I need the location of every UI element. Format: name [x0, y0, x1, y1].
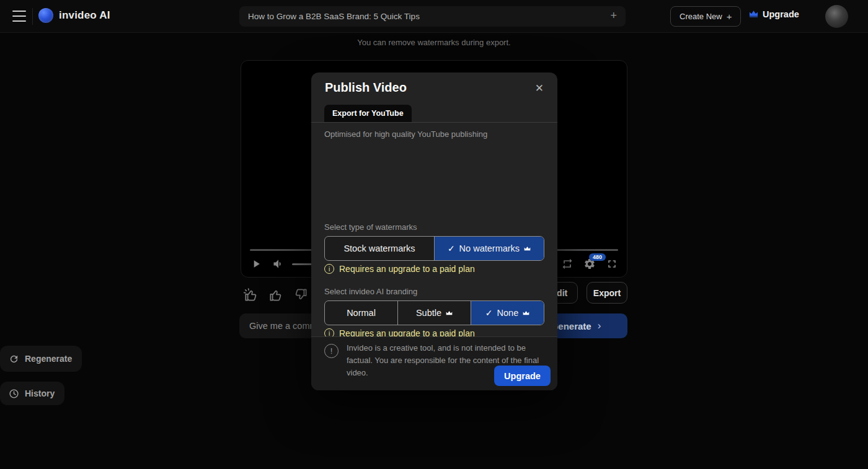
- regenerate-button[interactable]: Regenerate: [0, 346, 82, 372]
- divider: [32, 8, 33, 25]
- watermark-segmented-control: Stock watermarks ✓ No watermarks: [324, 236, 544, 261]
- quality-badge: 480: [589, 253, 606, 261]
- volume-icon[interactable]: [272, 258, 285, 270]
- modal-title: Publish Video: [325, 81, 407, 95]
- option-normal[interactable]: Normal: [325, 301, 397, 325]
- modal-footer: ! Invideo is a creative tool, and is not…: [311, 336, 557, 390]
- publish-video-modal: Publish Video ✕ Export for YouTube Optim…: [311, 72, 557, 390]
- refresh-icon: [9, 354, 19, 364]
- app-window: invideo AI + Create New + Upgrade You ca…: [0, 0, 868, 469]
- project-title-field[interactable]: +: [239, 6, 626, 27]
- clock-icon: [9, 388, 19, 399]
- check-icon: ✓: [485, 308, 493, 318]
- close-icon[interactable]: ✕: [533, 81, 546, 96]
- alert-circle-icon: !: [324, 344, 339, 358]
- create-new-button[interactable]: Create New +: [670, 6, 741, 27]
- export-button[interactable]: Export: [587, 282, 627, 304]
- history-button[interactable]: History: [0, 382, 64, 405]
- chevron-right-icon: ›: [598, 320, 601, 332]
- upgrade-label: Upgrade: [763, 9, 799, 19]
- info-icon: i: [324, 264, 334, 274]
- branding-section-label: Select invideo AI branding: [324, 287, 417, 296]
- plus-icon[interactable]: +: [606, 9, 626, 24]
- crown-icon: [446, 310, 453, 316]
- top-bar: invideo AI + Create New + Upgrade: [0, 0, 868, 33]
- option-subtle[interactable]: Subtle: [397, 301, 471, 325]
- branding-segmented-control: Normal Subtle ✓ None: [324, 300, 544, 325]
- modal-tab-row: Export for YouTube: [311, 105, 557, 123]
- thumbs-up-sparkle-icon[interactable]: [243, 287, 259, 303]
- plus-icon: +: [727, 11, 732, 22]
- watermark-upgrade-warning: i Requires an upgrade to a paid plan: [324, 264, 475, 274]
- option-no-watermarks[interactable]: ✓ No watermarks: [434, 237, 544, 260]
- upgrade-link[interactable]: Upgrade: [749, 9, 799, 20]
- crown-icon: [524, 246, 531, 252]
- play-icon[interactable]: [250, 258, 262, 270]
- watermark-banner: You can remove watermarks during export.: [0, 38, 868, 47]
- modal-upgrade-button[interactable]: Upgrade: [494, 366, 551, 386]
- menu-icon[interactable]: [12, 11, 26, 22]
- watermark-section-label: Select type of watermarks: [324, 222, 417, 232]
- invideo-logo-icon: [38, 8, 53, 23]
- option-none[interactable]: ✓ None: [471, 301, 544, 325]
- invideo-logo-text: invideo AI: [59, 9, 110, 22]
- thumbs-up-icon[interactable]: [268, 287, 284, 303]
- crown-icon: [749, 9, 758, 20]
- crown-icon: [523, 310, 529, 316]
- avatar[interactable]: [825, 5, 848, 28]
- project-title-input[interactable]: [239, 12, 606, 21]
- feedback-row: [243, 287, 309, 303]
- fullscreen-icon[interactable]: [606, 258, 618, 270]
- modal-subtitle: Optimised for high quality YouTube publi…: [324, 129, 487, 139]
- option-stock-watermarks[interactable]: Stock watermarks: [325, 237, 434, 260]
- tab-export-for-youtube[interactable]: Export for YouTube: [324, 105, 412, 122]
- check-icon: ✓: [448, 243, 455, 253]
- loop-icon[interactable]: [561, 258, 574, 270]
- thumbs-down-icon[interactable]: [293, 287, 309, 303]
- invideo-logo[interactable]: invideo AI: [38, 8, 110, 23]
